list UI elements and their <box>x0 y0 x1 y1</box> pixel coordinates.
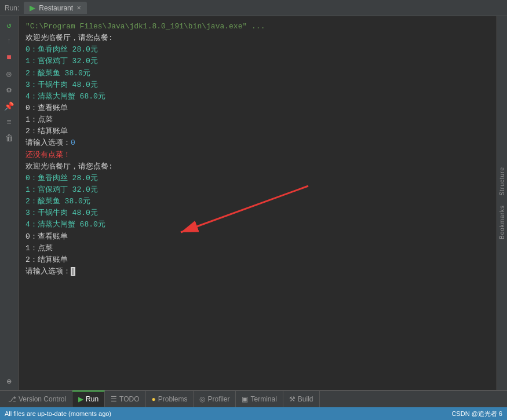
console-line-18: 0：查看账单 <box>25 231 490 243</box>
console-line-1: 欢迎光临餐厅，请您点餐: <box>25 32 490 44</box>
tab-profiler-label: Profiler <box>207 395 229 403</box>
todo-icon: ☰ <box>111 395 117 403</box>
console-line-7: 0：查看账单 <box>25 103 490 114</box>
console-line-17: 4：清蒸大闸蟹 68.0元 <box>25 219 490 231</box>
expand-button[interactable]: ⊕ <box>3 375 16 388</box>
tab-problems-label: Problems <box>158 395 188 403</box>
status-right: CSDN @追光者 6 <box>451 410 502 418</box>
console-line-20: 2：结算账单 <box>25 254 490 266</box>
console-line-9: 2：结算账单 <box>25 126 490 137</box>
profiler-icon: ◎ <box>199 395 205 403</box>
console-line-8: 1：点菜 <box>25 114 490 126</box>
tab-version-control[interactable]: ⎇ Version Control <box>2 391 72 407</box>
up-button[interactable]: ↑ <box>3 35 16 48</box>
tab-profiler[interactable]: ◎ Profiler <box>194 391 236 407</box>
console-line-13: 0：鱼香肉丝 28.0元 <box>25 173 490 184</box>
status-bar: All files are up-to-date (moments ago) C… <box>0 407 507 420</box>
console-line-5: 3：干锅牛肉 48.0元 <box>25 79 490 91</box>
terminal-icon: ▣ <box>242 395 248 403</box>
console-line-2: 0：鱼香肉丝 28.0元 <box>25 44 490 56</box>
tab-build[interactable]: ⚒ Build <box>283 391 320 407</box>
version-control-icon: ⎇ <box>8 395 16 403</box>
console-line-19: 1：点菜 <box>25 243 490 254</box>
console-line-4: 2：酸菜鱼 38.0元 <box>25 68 490 79</box>
console-line-6: 4：清蒸大闸蟹 68.0元 <box>25 91 490 103</box>
run-icon: ▶ <box>78 395 83 403</box>
console-line-path: "C:\Program Files\Java\jdk1.8.0_191\bin\… <box>25 21 490 32</box>
console-line-16: 3：干锅牛肉 48.0元 <box>25 207 490 219</box>
run-tab[interactable]: ▶ Restaurant ✕ <box>24 2 87 14</box>
console-line-3: 1：宫保鸡丁 32.0元 <box>25 56 490 67</box>
run-tab-icon: ▶ <box>30 3 35 12</box>
tab-problems[interactable]: ● Problems <box>146 391 194 407</box>
tab-terminal[interactable]: ▣ Terminal <box>236 391 283 407</box>
sidebar-structure[interactable]: Structure <box>498 162 506 200</box>
pin-button[interactable]: 📌 <box>3 100 16 112</box>
console-line-15: 2：酸菜鱼 38.0元 <box>25 196 490 207</box>
status-text: All files are up-to-date (moments ago) <box>5 410 111 417</box>
run-tab-close[interactable]: ✕ <box>76 5 81 11</box>
tab-todo-label: TODO <box>119 395 139 403</box>
bottom-tab-bar: ⎇ Version Control ▶ Run ☰ TODO ● Problem… <box>0 390 507 407</box>
camera-button[interactable]: ◎ <box>3 67 16 80</box>
tab-run[interactable]: ▶ Run <box>72 390 105 407</box>
console-line-21[interactable]: 请输入选项：| <box>25 266 490 277</box>
problems-icon: ● <box>152 395 156 403</box>
build-icon: ⚒ <box>289 395 296 403</box>
tab-terminal-label: Terminal <box>250 395 276 403</box>
run-label: Run: <box>5 4 19 12</box>
sidebar-bookmarks[interactable]: Bookmarks <box>498 200 506 244</box>
console-line-14: 1：宫保鸡丁 32.0元 <box>25 184 490 196</box>
list-button[interactable]: ≡ <box>3 116 16 129</box>
console-panel[interactable]: "C:\Program Files\Java\jdk1.8.0_191\bin\… <box>19 16 497 390</box>
tab-run-label: Run <box>86 395 99 403</box>
settings-button[interactable]: ⚙ <box>3 83 16 96</box>
stop-button[interactable]: ■ <box>3 51 16 64</box>
run-bar: Run: ▶ Restaurant ✕ <box>0 0 507 16</box>
console-line-12: 欢迎光临餐厅，请您点餐: <box>25 161 490 173</box>
console-line-10: 请输入选项：0 <box>25 137 490 149</box>
tab-version-control-label: Version Control <box>19 395 66 403</box>
left-toolbar: ↺ ↑ ■ ◎ ⚙ 📌 ≡ 🗑 ⊕ <box>0 16 19 390</box>
main-area: ↺ ↑ ■ ◎ ⚙ 📌 ≡ 🗑 ⊕ "C:\Program Files\Java… <box>0 16 507 390</box>
run-tab-name: Restaurant <box>39 4 73 12</box>
tab-build-label: Build <box>298 395 313 403</box>
restart-button[interactable]: ↺ <box>3 19 16 31</box>
tab-todo[interactable]: ☰ TODO <box>105 391 145 407</box>
delete-button[interactable]: 🗑 <box>3 132 16 145</box>
console-output: "C:\Program Files\Java\jdk1.8.0_191\bin\… <box>25 21 490 277</box>
console-line-11: 还没有点菜！ <box>25 149 490 161</box>
right-sidebar: Structure Bookmarks <box>497 16 507 390</box>
